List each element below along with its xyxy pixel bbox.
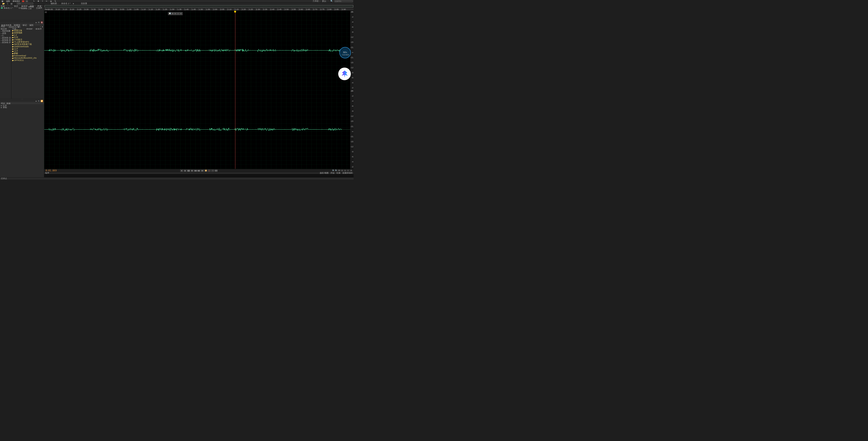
ruler-tick: 2.45 [277,8,282,10]
ruler-tick: 2.40 [270,8,275,10]
zoom-out-icon[interactable]: 🔍- [335,169,337,171]
files-open-icon[interactable]: 📂 [2,2,5,5]
playlist-play-icon[interactable]: ▸ [36,21,37,24]
ruler-tick: 1.10 [141,8,146,10]
mb-filter-icon[interactable]: ▾ [42,26,43,28]
system-perf-widget[interactable]: 52% ↑ 0.4 K/s [339,47,351,58]
tool-text-icon[interactable]: T [41,0,44,2]
tab-history[interactable]: 历史 [1,102,5,104]
files-search-input[interactable] [17,2,33,5]
open-file-row[interactable]: 未命名 1 * 0:02.944 48000 Hz 立体声 [0,7,44,9]
transport-pause-button[interactable]: ❚❚ [187,169,190,172]
hud-volume-icon[interactable]: 📊 [169,12,171,15]
tool-select-icon[interactable]: ✥ [37,0,40,2]
zoom-out-v-icon[interactable]: ↕- [347,169,349,171]
mb-folder-list[interactable]: 老贾文集老贾视频1.2红河小鸡复活7A上听录音MP3360安全浏览器下载2345… [11,30,44,99]
mode-waveform-btn[interactable]: 波形 [5,0,10,2]
editor-dropdown-icon[interactable]: ▾ [73,2,74,5]
mb-preview-play-icon[interactable]: ▸ [36,100,37,102]
transport-play-button[interactable]: ▶ [184,169,187,172]
mode-multitrack-btn[interactable]: 多轨混音 [12,0,21,2]
tab-properties[interactable]: 属性 [28,24,35,26]
waveform-file-icon [1,7,3,9]
mb-list-item[interactable]: OFFICE11 [11,59,44,62]
hud-tools[interactable]: 📊 ⊕ fx ~ ▾ [168,12,183,15]
ruler-tick: 2.85 [334,8,339,10]
ruler-tick: 1.55 [206,8,210,10]
ruler-tick: 0.50 [113,8,117,10]
waveform-editor[interactable]: ◻ dB-2-4-6-9-12-15-21∞-21-15-12-9-6-4-2 … [44,11,353,169]
playhead-marker-icon[interactable] [234,11,236,12]
ruler-tick: 1.45 [191,8,196,10]
mb-preview-loop-icon[interactable]: 🔁 [40,100,43,102]
tab-video[interactable]: 视频 [6,102,10,104]
ruler-tick: 2.20 [241,8,246,10]
waveform-overview[interactable] [44,5,353,8]
search-help-input[interactable] [334,0,353,2]
files-import-icon[interactable]: ⤵ [7,2,8,5]
search-icon: 🔍 [331,0,333,2]
mb-preview-autoplay-icon[interactable]: ⟲ [38,100,40,102]
status-text: 已停止 [1,177,7,180]
transport-stop-button[interactable]: ■ [180,169,183,172]
waveform-left [44,49,342,52]
ruler-tick: 2.70 [313,8,317,10]
app-menu-grid-icon[interactable]: ▦ [1,0,4,2]
transport-back-button[interactable]: ◀◀ [194,169,197,172]
tab-markers[interactable]: 标记 [22,24,28,26]
mb-drive-tree[interactable]: 我的电脑桌面C:新加卷 (D:)新加卷 (E:)新加卷 (F:) [0,30,11,99]
ruler-tick: 0.05 [48,8,53,10]
transport-fwd-button[interactable]: ▶▶ [197,169,200,172]
tool-razor-icon[interactable]: ✂ [45,0,48,2]
hud-pitch-icon[interactable]: ~ [177,12,179,15]
overview-viewport-handle[interactable] [44,5,353,7]
tool-move-icon[interactable]: ↖ [33,0,35,2]
hud-fx-icon[interactable]: fx [174,12,177,15]
ruler-tick: 2.65 [306,8,310,10]
time-ruler[interactable]: hms 0.050.100.150.200.250.300.350.400.45… [44,8,353,11]
playlist-loop-icon[interactable]: ⟲ [38,21,40,24]
level-meters[interactable] [44,174,353,177]
transport-loop-button[interactable]: 🔁 [205,169,207,172]
zoom-in-v-icon[interactable]: ↕+ [344,169,346,171]
ruler-tick: 0.15 [63,8,67,10]
ruler-tick: 0.40 [98,8,103,10]
mb-tree-item[interactable]: 新加卷 (F:) [0,41,11,44]
channel-right[interactable] [44,90,350,169]
ruler-tick: 2.90 [341,8,346,10]
db-scale-right-ch: dB-2-4-6-9-12-15-21∞-21-15-12-9-6-4-2 [350,90,353,169]
ruler-tick: 1.00 [127,8,131,10]
zoom-in-icon[interactable]: 🔍+ [332,169,334,171]
mb-col-name[interactable]: 名称 [11,28,26,30]
playlist-mute-icon[interactable]: 🔇 [40,21,43,24]
hud-more-icon[interactable]: ▾ [180,12,182,15]
ruler-tick: 2.75 [320,8,324,10]
mb-col-dur[interactable]: 持续时间 [26,28,35,30]
workspace-value[interactable]: 默认 [322,0,326,3]
transport-skip-button[interactable]: ⤳ [211,169,214,172]
transport-record-button[interactable]: ● [208,169,211,172]
open-file-duration: 0:02.944 [19,7,27,9]
mb-col-type[interactable]: 媒体类型 [35,28,44,30]
zoom-full-icon[interactable]: ⟷ [338,169,340,171]
zoom-reset-icon[interactable]: ⟲ [350,169,352,171]
ruler-tick: 0.10 [56,8,60,10]
ruler-tick: 2.80 [327,8,332,10]
mb-col-drive[interactable]: 驱动器 [0,28,11,30]
channel-left[interactable] [44,11,350,90]
history-list[interactable]: ▸ 打开 ▸ 录制 [0,104,44,108]
channel-corner-btn[interactable]: ◻ [45,11,47,13]
mb-filter-select[interactable]: 新加卷 (D:) [8,26,21,28]
ruler-tick: 1.25 [163,8,167,10]
mb-up-icon[interactable]: ↑ [40,26,41,28]
zoom-sel-icon[interactable]: [ ] [341,169,343,171]
ruler-tick: 1.05 [134,8,138,10]
transport-punch-button[interactable]: ⊏⊐ [215,169,217,172]
tab-effects-rack[interactable]: 效果夹 [13,24,22,26]
thunder-bird-widget[interactable] [338,68,351,80]
files-grid-icon[interactable]: ▤ [10,2,12,5]
hud-pan-icon[interactable]: ⊕ [172,12,174,15]
ruler-tick: 2.05 [220,8,224,10]
transport-end-button[interactable]: ⏭ [201,169,204,172]
transport-rew-button[interactable]: ⏮ [191,169,193,172]
